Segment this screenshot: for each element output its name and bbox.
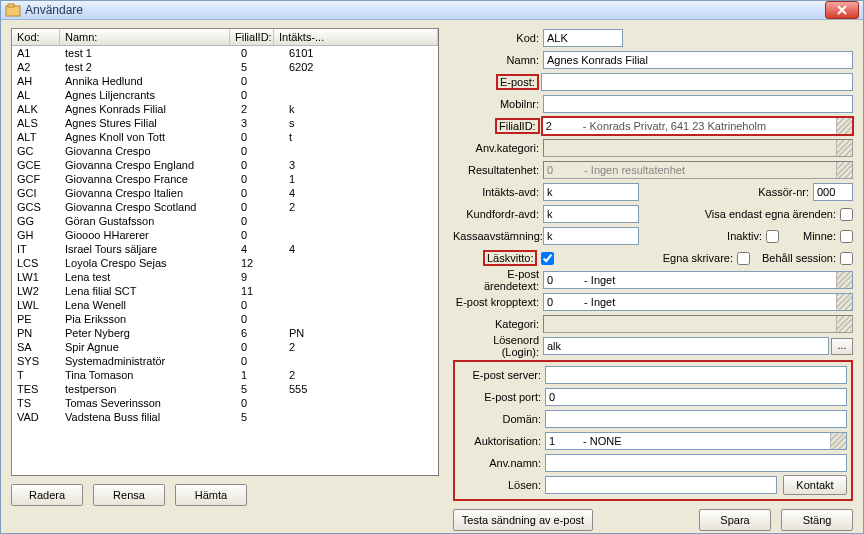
col-kod[interactable]: Kod:	[12, 29, 60, 45]
user-window: Användare Kod: Namn: FilialID: Intäkts-.…	[0, 0, 864, 534]
table-row[interactable]: A1test 106101	[12, 46, 438, 60]
col-intakt[interactable]: Intäkts-...	[274, 29, 438, 45]
right-panel: Kod: Namn: E-post: Mobilnr: FilialID: An…	[439, 28, 853, 531]
losen-input[interactable]	[545, 476, 777, 494]
table-row[interactable]: PNPeter Nyberg6PN	[12, 326, 438, 340]
epostarende-desc[interactable]	[575, 271, 853, 289]
behallsession-checkbox[interactable]	[840, 252, 853, 265]
dropdown-icon[interactable]	[836, 272, 852, 288]
table-row[interactable]: ALKAgnes Konrads Filial2k	[12, 102, 438, 116]
filialid-desc[interactable]	[574, 117, 853, 135]
epostarende-input[interactable]	[543, 271, 575, 289]
table-row[interactable]: GCFGiovanna Crespo France01	[12, 172, 438, 186]
radera-button[interactable]: Radera	[11, 484, 83, 506]
lbl-inaktiv: Inaktiv:	[723, 230, 766, 242]
lbl-behallsession: Behåll session:	[758, 252, 840, 264]
namn-input[interactable]	[543, 51, 853, 69]
dropdown-icon[interactable]	[830, 433, 846, 449]
anvkategori-input[interactable]	[543, 139, 853, 157]
auktorisation-desc[interactable]	[577, 432, 847, 450]
lbl-auktorisation: Auktorisation:	[459, 435, 545, 447]
table-row[interactable]: GCSGiovanna Crespo Scotland02	[12, 200, 438, 214]
email-server-section: E-post server: E-post port: Domän: Aukto…	[453, 360, 853, 501]
resultatenhet-desc[interactable]	[575, 161, 853, 179]
dropdown-icon[interactable]	[836, 118, 852, 134]
table-row[interactable]: GGGöran Gustafsson0	[12, 214, 438, 228]
table-row[interactable]: SASpir Agnue02	[12, 340, 438, 354]
kundfordravd-input[interactable]	[543, 205, 639, 223]
epostport-input[interactable]	[545, 388, 847, 406]
app-icon	[5, 2, 21, 18]
table-row[interactable]: GCEGiovanna Crespo England03	[12, 158, 438, 172]
epostkropp-input[interactable]	[543, 293, 575, 311]
inaktiv-checkbox[interactable]	[766, 230, 779, 243]
kassornr-input[interactable]	[813, 183, 853, 201]
table-row[interactable]: AHAnnika Hedlund0	[12, 74, 438, 88]
table-row[interactable]: TSTomas Severinsson0	[12, 396, 438, 410]
window-title: Användare	[25, 3, 825, 17]
lbl-epostarende: E-post ärendetext:	[453, 268, 543, 292]
table-row[interactable]: ALSAgnes Stures Filial3s	[12, 116, 438, 130]
table-row[interactable]: GHGioooo HHarerer0	[12, 228, 438, 242]
minne-checkbox[interactable]	[840, 230, 853, 243]
auktorisation-input[interactable]	[545, 432, 577, 450]
lbl-laskvitto: Läskvitto:	[483, 250, 537, 266]
dropdown-icon[interactable]	[836, 140, 852, 156]
visaegna-checkbox[interactable]	[840, 208, 853, 221]
anvnamn-input[interactable]	[545, 454, 847, 472]
testa-button[interactable]: Testa sändning av e-post	[453, 509, 593, 531]
table-row[interactable]: GCIGiovanna Crespo Italien04	[12, 186, 438, 200]
kassaavst-input[interactable]	[543, 227, 639, 245]
left-buttons: Radera Rensa Hämta	[11, 484, 439, 506]
epostkropp-desc[interactable]	[575, 293, 853, 311]
dropdown-icon[interactable]	[836, 162, 852, 178]
epostserver-input[interactable]	[545, 366, 847, 384]
close-button[interactable]	[825, 1, 859, 19]
kategori-input[interactable]	[543, 315, 853, 333]
table-row[interactable]: ALTAgnes Knoll von Tott0t	[12, 130, 438, 144]
resultatenhet-input[interactable]	[543, 161, 575, 179]
password-button[interactable]: ...	[831, 338, 853, 355]
mobilnr-input[interactable]	[543, 95, 853, 113]
table-row[interactable]: LWLLena Wenell0	[12, 298, 438, 312]
epost-input[interactable]	[541, 73, 853, 91]
kontakt-button[interactable]: Kontakt	[783, 475, 847, 495]
lbl-anvnamn: Anv.namn:	[459, 457, 545, 469]
lbl-kundfordravd: Kundfordr-avd:	[453, 208, 543, 220]
grid-body[interactable]: A1test 106101A2test 256202AHAnnika Hedlu…	[12, 46, 438, 424]
filialid-input[interactable]	[542, 117, 574, 135]
lbl-anvkategori: Anv.kategori:	[453, 142, 543, 154]
table-row[interactable]: PEPia Eriksson0	[12, 312, 438, 326]
table-row[interactable]: VADVadstena Buss filial5	[12, 410, 438, 424]
col-filial[interactable]: FilialID:	[230, 29, 274, 45]
kod-input[interactable]	[543, 29, 623, 47]
doman-input[interactable]	[545, 410, 847, 428]
laskvitto-checkbox[interactable]	[541, 252, 554, 265]
lbl-visaegna: Visa endast egna ärenden:	[701, 208, 840, 220]
lbl-intaktsavd: Intäkts-avd:	[453, 186, 543, 198]
dropdown-icon[interactable]	[836, 316, 852, 332]
egnaskrivare-checkbox[interactable]	[737, 252, 750, 265]
table-row[interactable]: ALAgnes Liljencrants0	[12, 88, 438, 102]
dropdown-icon[interactable]	[836, 294, 852, 310]
intaktsavd-input[interactable]	[543, 183, 639, 201]
user-grid[interactable]: Kod: Namn: FilialID: Intäkts-... A1test …	[11, 28, 439, 476]
table-row[interactable]: TEStestperson5555	[12, 382, 438, 396]
stang-button[interactable]: Stäng	[781, 509, 853, 531]
table-row[interactable]: LW1Lena test9	[12, 270, 438, 284]
losenord-input[interactable]	[543, 337, 829, 355]
lbl-kategori: Kategori:	[453, 318, 543, 330]
table-row[interactable]: ITIsrael Tours säljare44	[12, 242, 438, 256]
table-row[interactable]: LW2Lena filial SCT11	[12, 284, 438, 298]
spara-button[interactable]: Spara	[699, 509, 771, 531]
lbl-losenord: Lösenord (Login):	[453, 334, 543, 358]
table-row[interactable]: GCGiovanna Crespo0	[12, 144, 438, 158]
col-namn[interactable]: Namn:	[60, 29, 230, 45]
table-row[interactable]: TTina Tomason12	[12, 368, 438, 382]
lbl-losen: Lösen:	[459, 479, 545, 491]
table-row[interactable]: A2test 256202	[12, 60, 438, 74]
rensa-button[interactable]: Rensa	[93, 484, 165, 506]
table-row[interactable]: LCSLoyola Crespo Sejas12	[12, 256, 438, 270]
table-row[interactable]: SYSSystemadministratör0	[12, 354, 438, 368]
hamta-button[interactable]: Hämta	[175, 484, 247, 506]
